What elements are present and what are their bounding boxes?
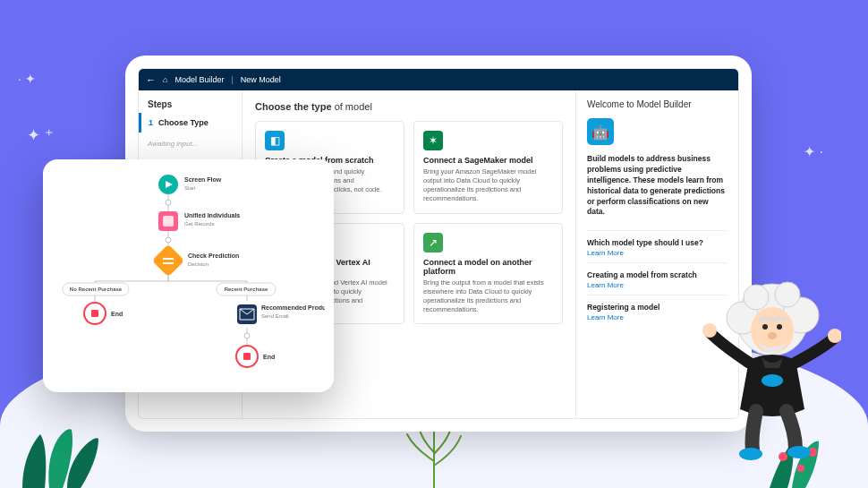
back-icon[interactable]: ← [146, 74, 156, 85]
svg-point-30 [777, 324, 782, 330]
svg-point-36 [787, 446, 811, 458]
flow-node-label: Screen Flow [184, 176, 222, 183]
svg-point-29 [762, 324, 768, 330]
card-desc: Bring your Amazon SageMaker model output… [423, 167, 553, 204]
card-desc: Bring the output from a model that exist… [423, 278, 553, 315]
svg-rect-22 [243, 353, 251, 360]
help-item: Which model type should I use? Learn Mor… [587, 230, 728, 262]
sparkle-icon: · ✦ [18, 72, 36, 86]
svg-point-35 [739, 448, 762, 460]
svg-point-2 [797, 465, 804, 472]
svg-point-28 [751, 307, 794, 354]
step-number: 1 [149, 118, 153, 127]
flow-diagram-card: Screen Flow Start Unified Individuals Ge… [43, 159, 334, 392]
svg-rect-19 [91, 310, 98, 317]
flow-node-label: Unified Individuals [184, 212, 240, 218]
card-other-platform[interactable]: ↗ Connect a model on another platform Br… [413, 223, 563, 325]
breadcrumb: New Model [241, 75, 281, 84]
svg-point-6 [166, 237, 171, 243]
breadcrumb-divider: | [231, 75, 233, 84]
flow-node-label: End [263, 354, 275, 360]
flow-node-sub: Send Email [261, 313, 289, 319]
flow-node-label: End [111, 311, 123, 317]
card-title: Connect a model on another platform [423, 258, 553, 276]
flow-node-sub: Get Records [184, 221, 215, 227]
top-bar: ← ⌂ Model Builder | New Model [139, 69, 738, 90]
step-label: Choose Type [158, 118, 208, 127]
einstein-mascot [702, 275, 841, 463]
flow-node-label: Recommended Products Email [261, 304, 325, 311]
svg-point-27 [775, 282, 800, 307]
flow-node-sub: Start [184, 185, 196, 191]
help-question: Which model type should I use? [587, 238, 728, 247]
welcome-desc: Build models to address business problem… [587, 154, 728, 218]
home-icon[interactable]: ⌂ [163, 75, 167, 84]
card-title: Connect a SageMaker model [423, 156, 553, 165]
svg-point-32 [702, 323, 717, 338]
svg-rect-13 [152, 244, 185, 278]
flow-node-sub: Decision [188, 261, 208, 267]
svg-point-26 [744, 285, 769, 310]
app-title: Model Builder [174, 75, 224, 84]
flow-node-label: Check Prediction [188, 253, 239, 259]
sparkle-icon: ✦ · [804, 143, 823, 160]
step-item[interactable]: 1 Choose Type [139, 113, 242, 133]
external-icon: ↗ [423, 233, 443, 253]
apps-icon: ◧ [265, 131, 285, 150]
sparkle-icon: ✦ ⁺ [27, 125, 54, 145]
step-awaiting: Awaiting input... [139, 133, 242, 155]
robot-icon: 🤖 [587, 118, 614, 145]
page-title: Choose the type of model [255, 101, 563, 112]
svg-point-8 [244, 333, 250, 338]
svg-point-31 [768, 332, 777, 339]
branch-label: No Recent Purchase [70, 287, 123, 292]
sagemaker-icon: ✶ [423, 131, 443, 150]
steps-title: Steps [139, 96, 242, 113]
svg-rect-12 [163, 216, 174, 227]
branch-label: Recent Purchase [225, 287, 268, 292]
card-sagemaker[interactable]: ✶ Connect a SageMaker model Bring your A… [413, 121, 563, 214]
learn-more-link[interactable]: Learn More [587, 249, 728, 257]
svg-point-34 [762, 374, 783, 387]
plant-decor [13, 407, 121, 488]
svg-point-4 [166, 200, 171, 205]
welcome-title: Welcome to Model Builder [587, 99, 728, 109]
